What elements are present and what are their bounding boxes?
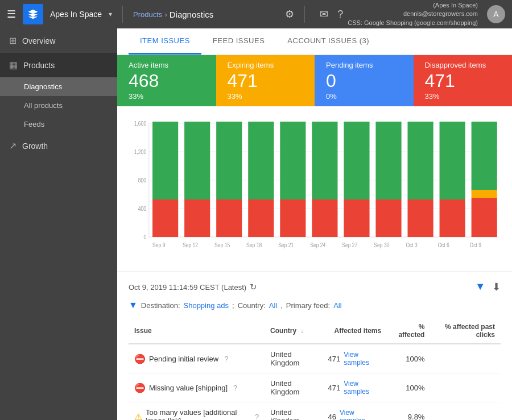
help-icon[interactable]: ? [224,355,228,363]
chart-svg: 1,600 1,200 800 400 0 [129,118,501,260]
country-cell: United Kingdom [265,344,322,373]
main-layout: ⊞ Overview ▦ Products Diagnostics All pr… [0,28,512,420]
settings-icon[interactable]: ⚙ [285,8,294,20]
svg-rect-31 [440,199,465,237]
chart-container: 1,600 1,200 800 400 0 [129,118,501,265]
filter-icon-button[interactable]: ▼ [475,281,485,293]
products-icon: ▦ [9,60,18,70]
breadcrumb-products-link[interactable]: Products [133,10,162,19]
filter-country-link[interactable]: All [269,301,277,310]
affected-cell: 471 View samples [323,344,387,373]
user-email: dennis@storegrowers.com [348,10,478,18]
svg-rect-13 [152,199,178,237]
view-samples-link[interactable]: View samples [344,380,381,396]
affected-cell: 471 View samples [323,373,387,402]
sidebar-growth-label: Growth [22,142,48,151]
svg-text:Sep 30: Sep 30 [374,242,390,248]
svg-rect-19 [248,199,274,237]
sidebar-item-overview[interactable]: ⊞ Overview [0,28,117,53]
content-area: ITEM ISSUES FEED ISSUES ACCOUNT ISSUES (… [117,28,512,420]
svg-rect-12 [152,122,178,199]
sidebar-products-label: Products [23,61,55,70]
filter-feed-label: Primary feed: [286,301,330,310]
sidebar: ⊞ Overview ▦ Products Diagnostics All pr… [0,28,117,420]
pct-affected-cell: 9.8% [387,402,430,421]
active-pct: 33% [129,92,205,101]
country-sort-arrow: ↓ [300,328,303,334]
svg-rect-24 [344,122,369,199]
sidebar-sub-feeds[interactable]: Feeds [0,115,117,134]
filter-country-label: Country: [238,301,266,310]
th-country[interactable]: Country ↓ [265,318,322,344]
svg-text:Oct 6: Oct 6 [437,242,449,248]
th-issue: Issue [129,318,265,344]
sidebar-item-products[interactable]: ▦ Products [0,53,117,77]
pct-past-clicks-cell [430,373,501,402]
stat-card-disapproved: Disapproved items 471 33% [414,55,513,106]
sidebar-sub-diagnostics[interactable]: Diagnostics [0,77,117,96]
pct-past-clicks-cell [430,402,501,421]
svg-text:Sep 24: Sep 24 [310,242,326,248]
svg-rect-28 [408,122,433,199]
bottom-header: Oct 9, 2019 11:14:59 CEST (Latest) ↻ ▼ ⬇ [129,281,501,293]
error-icon: ⛔ [134,354,146,364]
svg-text:800: 800 [138,177,147,184]
active-value: 468 [129,72,205,90]
user-display-name: (Apes In Space) [348,1,478,10]
svg-rect-15 [184,199,210,237]
filter-separator-2: , [280,301,283,310]
svg-text:Sep 12: Sep 12 [183,242,198,248]
user-avatar[interactable]: A [487,5,505,23]
sidebar-item-growth[interactable]: ↗ Growth [0,134,117,158]
stat-card-active: Active items 468 33% [117,55,216,106]
pending-pct: 0% [326,92,402,101]
view-samples-link[interactable]: View samples [344,351,381,367]
svg-text:Oct 9: Oct 9 [469,242,481,248]
svg-text:Sep 15: Sep 15 [214,242,230,248]
tab-feed-issues[interactable]: FEED ISSUES [201,28,276,55]
svg-rect-16 [216,122,242,199]
svg-text:400: 400 [138,205,147,212]
svg-rect-32 [472,122,497,190]
growth-icon: ↗ [9,140,16,151]
refresh-icon[interactable]: ↻ [250,282,257,292]
svg-rect-27 [375,199,401,237]
mail-icon[interactable]: ✉ [320,8,328,20]
help-icon[interactable]: ? [233,384,237,392]
user-platform: CSS: Google Shopping (google.com/shoppin… [348,19,478,27]
svg-text:Sep 18: Sep 18 [246,242,262,248]
svg-text:Sep 27: Sep 27 [342,242,357,248]
pct-affected-cell: 100% [387,373,430,402]
svg-text:1,200: 1,200 [134,148,147,155]
sidebar-sub-products: Diagnostics All products Feeds [0,77,117,134]
disapproved-label: Disapproved items [425,61,501,69]
svg-text:1,600: 1,600 [134,120,147,127]
hamburger-icon[interactable]: ☰ [7,8,16,20]
th-affected-items: Affected items [323,318,387,344]
download-icon-button[interactable]: ⬇ [492,281,501,293]
tab-feed-issues-label: FEED ISSUES [213,36,265,45]
help-circle-icon[interactable]: ? [337,9,343,20]
view-samples-link[interactable]: View samples [340,409,381,420]
issue-text: Missing value [shipping] [149,384,228,392]
svg-rect-33 [472,190,497,198]
sidebar-sub-all-products[interactable]: All products [0,96,117,115]
account-dropdown-button[interactable]: ▾ [109,10,112,18]
issue-text: Pending initial review [149,355,218,363]
svg-rect-29 [408,199,433,237]
disapproved-value: 471 [425,72,501,90]
warning-icon: ⚠ [134,411,142,421]
filter-feed-link[interactable]: All [333,301,341,310]
th-pct-affected: % affected [387,318,430,344]
tab-item-issues[interactable]: ITEM ISSUES [129,28,201,55]
bottom-section: Oct 9, 2019 11:14:59 CEST (Latest) ↻ ▼ ⬇… [117,272,512,420]
svg-rect-20 [280,122,305,199]
affected-count: 46 [328,413,336,421]
help-icon[interactable]: ? [255,413,259,421]
sidebar-overview-label: Overview [22,36,55,45]
svg-rect-17 [216,199,242,237]
pct-affected-cell: 100% [387,344,430,373]
filter-destination-link[interactable]: Shopping ads [184,301,229,310]
tab-account-issues[interactable]: ACCOUNT ISSUES (3) [276,28,381,55]
error-icon: ⛔ [134,382,146,393]
